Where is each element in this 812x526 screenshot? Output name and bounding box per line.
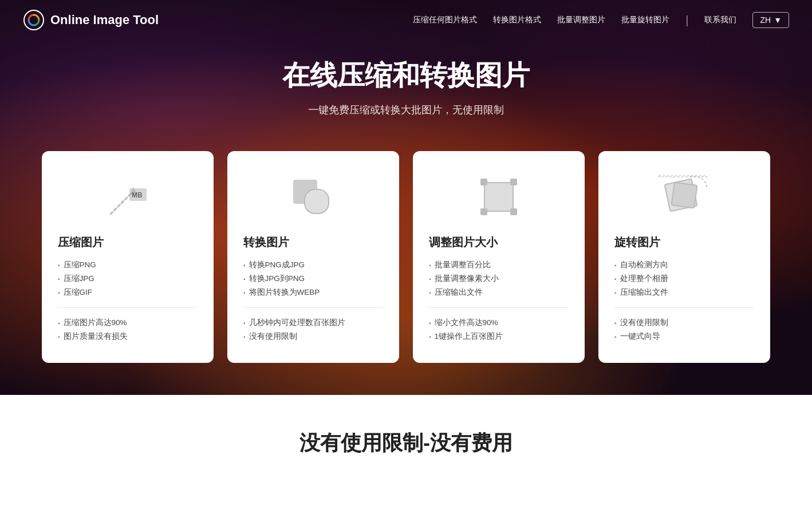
nav-rotate[interactable]: 批量旋转图片 bbox=[621, 15, 669, 25]
feature-item: 压缩PNG bbox=[58, 258, 198, 272]
feature-item: 批量调整像素大小 bbox=[429, 272, 569, 286]
nav-convert[interactable]: 转换图片格式 bbox=[493, 15, 541, 25]
highlight-item: 几秒钟内可处理数百张图片 bbox=[243, 316, 383, 330]
card-divider bbox=[58, 307, 198, 308]
card-resize-title: 调整图片大小 bbox=[429, 235, 569, 250]
highlight-item: 缩小文件高达90% bbox=[429, 316, 569, 330]
highlight-item: 没有使用限制 bbox=[243, 330, 383, 343]
lang-label: ZH bbox=[760, 15, 771, 25]
card-divider bbox=[614, 307, 754, 308]
svg-rect-10 bbox=[480, 208, 487, 215]
feature-item: 转换JPG到PNG bbox=[243, 272, 383, 286]
card-resize-highlights: 缩小文件高达90% 1键操作上百张图片 bbox=[429, 316, 569, 343]
card-resize-features: 批量调整百分比 批量调整像素大小 压缩输出文件 bbox=[429, 258, 569, 299]
section-title: 没有使用限制-没有费用 bbox=[23, 429, 789, 457]
nav-links: 压缩任何图片格式 转换图片格式 批量调整图片 批量旋转图片 | 联系我们 ZH … bbox=[413, 12, 789, 28]
feature-item: 将图片转换为WEBP bbox=[243, 286, 383, 299]
feature-item: 压缩输出文件 bbox=[614, 286, 754, 299]
feature-item: 批量调整百分比 bbox=[429, 258, 569, 272]
feature-item: 压缩输出文件 bbox=[429, 286, 569, 299]
below-hero-section: 没有使用限制-没有费用 bbox=[0, 395, 812, 480]
svg-point-0 bbox=[24, 10, 44, 30]
compress-icon: MB bbox=[58, 168, 198, 226]
highlight-item: 图片质量没有损失 bbox=[58, 330, 198, 343]
feature-item: 压缩GIF bbox=[58, 286, 198, 299]
svg-rect-9 bbox=[510, 179, 517, 185]
card-rotate-features: 自动检测方向 处理整个相册 压缩输出文件 bbox=[614, 258, 754, 299]
svg-rect-6 bbox=[305, 189, 329, 213]
logo-link[interactable]: Online Image Tool bbox=[23, 9, 159, 31]
nav-resize[interactable]: 批量调整图片 bbox=[557, 15, 605, 25]
lang-button[interactable]: ZH ▼ bbox=[752, 12, 789, 28]
nav-compress[interactable]: 压缩任何图片格式 bbox=[413, 15, 477, 25]
hero-section: 在线压缩和转换图片 一键免费压缩或转换大批图片，无使用限制 MB 压缩图片 压缩… bbox=[0, 0, 812, 395]
card-compress-features: 压缩PNG 压缩JPG 压缩GIF bbox=[58, 258, 198, 299]
svg-text:MB: MB bbox=[132, 191, 143, 199]
feature-item: 处理整个相册 bbox=[614, 272, 754, 286]
highlight-item: 压缩图片高达90% bbox=[58, 316, 198, 330]
card-convert-title: 转换图片 bbox=[243, 235, 383, 250]
card-compress-title: 压缩图片 bbox=[58, 235, 198, 250]
highlight-item: 1键操作上百张图片 bbox=[429, 330, 569, 343]
card-rotate[interactable]: 旋转图片 自动检测方向 处理整个相册 压缩输出文件 没有使用限制 一键式向导 bbox=[598, 151, 770, 363]
svg-rect-14 bbox=[671, 182, 697, 208]
logo-text: Online Image Tool bbox=[50, 13, 159, 27]
svg-rect-11 bbox=[510, 208, 517, 215]
logo-icon bbox=[23, 9, 45, 31]
card-resize[interactable]: 调整图片大小 批量调整百分比 批量调整像素大小 压缩输出文件 缩小文件高达90%… bbox=[413, 151, 585, 363]
svg-rect-7 bbox=[484, 183, 513, 211]
card-rotate-highlights: 没有使用限制 一键式向导 bbox=[614, 316, 754, 343]
card-convert-features: 转换PNG成JPG 转换JPG到PNG 将图片转换为WEBP bbox=[243, 258, 383, 299]
feature-item: 压缩JPG bbox=[58, 272, 198, 286]
card-rotate-title: 旋转图片 bbox=[614, 235, 754, 250]
card-divider bbox=[243, 307, 383, 308]
highlight-item: 没有使用限制 bbox=[614, 316, 754, 330]
cards-row: MB 压缩图片 压缩PNG 压缩JPG 压缩GIF 压缩图片高达90% 图片质量… bbox=[7, 151, 805, 363]
convert-icon bbox=[243, 168, 383, 226]
card-compress[interactable]: MB 压缩图片 压缩PNG 压缩JPG 压缩GIF 压缩图片高达90% 图片质量… bbox=[42, 151, 214, 363]
svg-rect-8 bbox=[480, 179, 487, 185]
resize-icon bbox=[429, 168, 569, 226]
card-convert-highlights: 几秒钟内可处理数百张图片 没有使用限制 bbox=[243, 316, 383, 343]
hero-title: 在线压缩和转换图片 bbox=[282, 57, 530, 94]
svg-rect-12 bbox=[659, 176, 707, 177]
chevron-down-icon: ▼ bbox=[774, 15, 782, 25]
hero-subtitle: 一键免费压缩或转换大批图片，无使用限制 bbox=[282, 103, 530, 117]
card-compress-highlights: 压缩图片高达90% 图片质量没有损失 bbox=[58, 316, 198, 343]
nav-divider: | bbox=[685, 14, 688, 27]
nav-contact[interactable]: 联系我们 bbox=[704, 15, 736, 25]
feature-item: 自动检测方向 bbox=[614, 258, 754, 272]
rotate-icon bbox=[614, 168, 754, 226]
highlight-item: 一键式向导 bbox=[614, 330, 754, 343]
card-convert[interactable]: 转换图片 转换PNG成JPG 转换JPG到PNG 将图片转换为WEBP 几秒钟内… bbox=[227, 151, 399, 363]
feature-item: 转换PNG成JPG bbox=[243, 258, 383, 272]
card-divider bbox=[429, 307, 569, 308]
navbar: Online Image Tool 压缩任何图片格式 转换图片格式 批量调整图片… bbox=[0, 0, 812, 40]
